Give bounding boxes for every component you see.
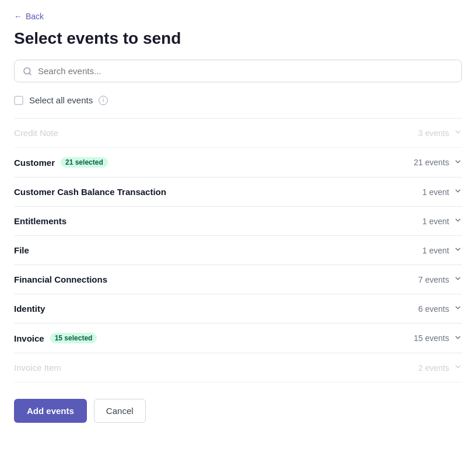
select-all-row[interactable]: Select all events i	[14, 93, 462, 107]
event-count-customer-cash-balance: 1 event	[422, 187, 449, 197]
event-name-invoice: Invoice	[14, 333, 44, 343]
event-count-credit-note: 3 events	[418, 128, 449, 138]
event-name-financial-connections: Financial Connections	[14, 274, 107, 284]
event-count-identity: 6 events	[418, 304, 449, 314]
event-name-customer: Customer	[14, 158, 55, 168]
event-name-entitlements: Entitlements	[14, 216, 66, 226]
cancel-button[interactable]: Cancel	[94, 399, 146, 423]
event-row-customer[interactable]: Customer21 selected21 events	[14, 148, 462, 178]
page-title: Select events to send	[14, 29, 462, 48]
back-arrow-icon: ←	[14, 12, 22, 21]
event-name-invoice-item: Invoice Item	[14, 363, 61, 373]
back-label: Back	[26, 12, 44, 21]
chevron-down-icon-credit-note	[454, 128, 462, 138]
event-row-credit-note: Credit Note3 events	[14, 119, 462, 148]
select-all-label: Select all events	[29, 95, 93, 105]
chevron-down-icon-invoice-item	[454, 363, 462, 373]
svg-line-1	[29, 73, 31, 75]
search-icon	[23, 67, 32, 76]
events-list: Credit Note3 eventsCustomer21 selected21…	[14, 118, 462, 382]
event-count-file: 1 event	[422, 246, 449, 255]
search-bar	[14, 60, 462, 82]
back-link[interactable]: ← Back	[14, 12, 44, 21]
event-count-invoice: 15 events	[414, 333, 449, 343]
event-row-customer-cash-balance[interactable]: Customer Cash Balance Transaction1 event	[14, 178, 462, 207]
select-all-checkbox[interactable]	[14, 96, 23, 105]
event-name-customer-cash-balance: Customer Cash Balance Transaction	[14, 187, 166, 197]
chevron-down-icon-customer	[454, 158, 462, 168]
chevron-down-icon-invoice	[454, 333, 462, 343]
footer: Add events Cancel	[14, 397, 462, 423]
event-name-file: File	[14, 245, 29, 255]
chevron-down-icon-file	[454, 245, 462, 255]
event-count-entitlements: 1 event	[422, 217, 449, 226]
chevron-down-icon-identity	[454, 304, 462, 314]
event-count-financial-connections: 7 events	[418, 275, 449, 284]
event-row-entitlements[interactable]: Entitlements1 event	[14, 207, 462, 236]
selected-badge-customer: 21 selected	[61, 157, 108, 168]
selected-badge-invoice: 15 selected	[50, 333, 97, 343]
event-count-invoice-item: 2 events	[418, 363, 449, 373]
chevron-down-icon-customer-cash-balance	[454, 187, 462, 197]
chevron-down-icon-entitlements	[454, 216, 462, 226]
event-count-customer: 21 events	[414, 158, 449, 167]
event-row-identity[interactable]: Identity6 events	[14, 294, 462, 324]
info-icon[interactable]: i	[99, 96, 108, 105]
add-events-button[interactable]: Add events	[14, 399, 87, 423]
event-row-invoice[interactable]: Invoice15 selected15 events	[14, 324, 462, 353]
event-name-credit-note: Credit Note	[14, 128, 58, 138]
event-name-identity: Identity	[14, 304, 45, 314]
event-row-file[interactable]: File1 event	[14, 236, 462, 265]
search-input[interactable]	[38, 66, 453, 76]
event-row-invoice-item: Invoice Item2 events	[14, 353, 462, 382]
chevron-down-icon-financial-connections	[454, 274, 462, 284]
event-row-financial-connections[interactable]: Financial Connections7 events	[14, 265, 462, 294]
